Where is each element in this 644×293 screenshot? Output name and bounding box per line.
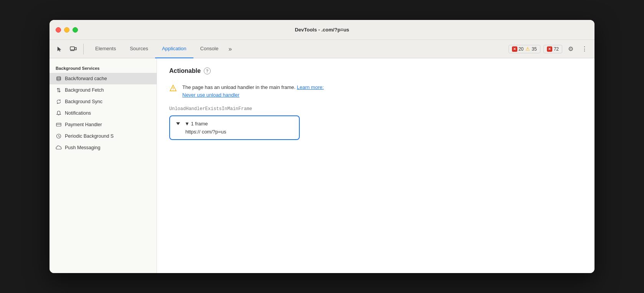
page-title: Actionable: [169, 67, 201, 74]
warning-icon: ⚠: [525, 46, 530, 52]
window-title: DevTools - .com/?p=us: [295, 27, 349, 33]
device-icon[interactable]: [68, 44, 79, 54]
sidebar-label-push-messaging: Push Messaging: [65, 145, 100, 150]
sidebar-item-push-messaging[interactable]: Push Messaging: [50, 142, 157, 153]
help-icon[interactable]: ?: [204, 67, 211, 74]
error-warning-badge[interactable]: ✕ 20 ⚠ 35: [509, 45, 540, 53]
tab-application[interactable]: Application: [155, 40, 193, 58]
sidebar-item-back-forward-cache[interactable]: Back/forward cache: [50, 73, 157, 84]
toolbar-icon-group: [54, 44, 84, 54]
svg-rect-1: [75, 48, 76, 50]
tab-elements[interactable]: Elements: [88, 40, 123, 58]
expand-icon: [176, 122, 180, 125]
database-icon: [56, 76, 62, 82]
settings-button[interactable]: ⚙: [565, 44, 576, 54]
warning-badge: ⚠ 35: [525, 46, 537, 52]
warning-triangle-icon: [169, 84, 177, 92]
toolbar: Elements Sources Application Console » ✕…: [50, 40, 594, 58]
code-label: UnloadHandlerExistsInMainFrame: [169, 106, 582, 112]
bell-icon: [56, 110, 62, 116]
cursor-icon[interactable]: [54, 44, 65, 54]
sidebar-item-notifications[interactable]: Notifications: [50, 107, 157, 119]
devtools-window: DevTools - .com/?p=us Elements: [50, 20, 594, 273]
frame-count: ▼ 1 frame: [185, 121, 208, 127]
sidebar-item-payment-handler[interactable]: Payment Handler: [50, 119, 157, 130]
sidebar-section-background-services: Background Services: [50, 63, 157, 73]
single-error-badge[interactable]: ✕ 72: [543, 45, 562, 53]
tab-list: Elements Sources Application Console »: [88, 40, 509, 58]
main-content: Actionable ? The page has an unload hand…: [157, 58, 594, 273]
arrows-updown-icon: [56, 87, 62, 93]
sidebar-label-background-fetch: Background Fetch: [65, 87, 104, 93]
sidebar-label-periodic-background: Periodic Background S: [65, 133, 114, 139]
tab-console[interactable]: Console: [193, 40, 226, 58]
close-button[interactable]: [56, 27, 61, 33]
sidebar: Background Services Back/forward cache: [50, 58, 157, 273]
clock-icon: [56, 133, 62, 139]
svg-rect-6: [56, 123, 61, 126]
svg-point-5: [57, 79, 61, 81]
sidebar-label-back-forward: Back/forward cache: [65, 76, 107, 81]
options-button[interactable]: ⋮: [579, 44, 590, 54]
sidebar-label-background-sync: Background Sync: [65, 99, 102, 104]
main-title-area: Actionable ?: [169, 67, 582, 74]
frame-box[interactable]: ▼ 1 frame https:// com/?p=us: [169, 115, 300, 140]
sidebar-item-background-fetch[interactable]: Background Fetch: [50, 84, 157, 96]
warning-count: 35: [532, 46, 537, 52]
error-count: 20: [519, 46, 523, 52]
single-error-count: 72: [554, 46, 559, 52]
frame-count-row: ▼ 1 frame: [176, 121, 293, 127]
cloud-icon: [56, 145, 62, 151]
single-error-icon: ✕: [547, 46, 552, 52]
titlebar: DevTools - .com/?p=us: [50, 20, 594, 40]
minimize-button[interactable]: [64, 27, 69, 33]
content-area: Background Services Back/forward cache: [50, 58, 594, 273]
warning-item: The page has an unload handler in the ma…: [169, 84, 582, 99]
svg-point-10: [173, 90, 173, 90]
svg-rect-0: [70, 47, 74, 50]
toolbar-right: ✕ 20 ⚠ 35 ✕ 72 ⚙ ⋮: [509, 44, 590, 54]
sync-icon: [56, 99, 62, 105]
error-icon: ✕: [512, 46, 517, 52]
error-badge: ✕ 20: [512, 46, 523, 52]
sidebar-label-payment-handler: Payment Handler: [65, 122, 102, 127]
maximize-button[interactable]: [73, 27, 78, 33]
sidebar-label-notifications: Notifications: [65, 110, 91, 116]
frame-url: https:// com/?p=us: [176, 129, 293, 135]
card-icon: [56, 122, 62, 128]
sidebar-item-periodic-background[interactable]: Periodic Background S: [50, 130, 157, 142]
tab-sources[interactable]: Sources: [123, 40, 155, 58]
traffic-lights: [56, 27, 78, 33]
more-tabs-button[interactable]: »: [225, 40, 235, 58]
sidebar-item-background-sync[interactable]: Background Sync: [50, 96, 157, 107]
warning-text-content: The page has an unload handler in the ma…: [182, 84, 324, 99]
